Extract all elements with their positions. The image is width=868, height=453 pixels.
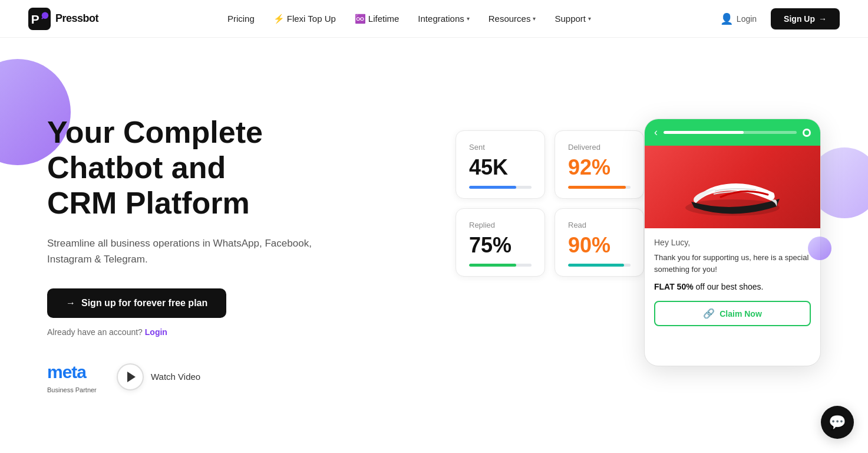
meta-logo-text: meta	[47, 360, 100, 388]
stat-bar-fill-replied	[469, 264, 516, 267]
hero-title: Your Complete Chatbot and CRM Platform	[47, 115, 377, 221]
meta-logo-box: meta Business Partner	[47, 360, 100, 393]
phone-progress-fill	[664, 131, 744, 134]
stat-value-read: 90%	[568, 233, 631, 258]
stat-bar-read	[568, 264, 631, 267]
hero-right: Sent 45K Delivered 92% Replied 75%	[456, 119, 821, 390]
phone-decorative-bubble	[808, 237, 831, 260]
meta-badge-text: Business Partner	[47, 386, 97, 393]
hero-section: Your Complete Chatbot and CRM Platform S…	[0, 38, 868, 453]
stat-label-sent: Sent	[469, 143, 532, 152]
stat-value-sent: 45K	[469, 155, 532, 180]
logo-icon: P	[28, 8, 51, 30]
nav-item-support[interactable]: Support ▾	[555, 14, 591, 24]
watch-video-button[interactable]: Watch Video	[117, 363, 200, 390]
nav-item-lifetime[interactable]: ♾️ Lifetime	[355, 14, 400, 24]
hero-subtitle: Streamline all business operations in Wh…	[47, 235, 377, 267]
stat-bar-delivered	[568, 186, 631, 189]
stat-bar-sent	[469, 186, 532, 189]
back-arrow-icon: ‹	[654, 126, 658, 139]
play-triangle-icon	[127, 372, 136, 382]
nav-link-lifetime[interactable]: Lifetime	[368, 14, 400, 24]
stat-bar-replied	[469, 264, 532, 267]
stat-card-replied: Replied 75%	[456, 208, 545, 277]
nav-dropdown-support[interactable]: Support ▾	[555, 14, 591, 24]
navbar: P Pressbot Pricing ⚡ Flexi Top Up ♾️ Lif…	[0, 0, 868, 38]
promo-percent: FLAT 50%	[654, 282, 694, 291]
stat-bar-fill-read	[568, 264, 624, 267]
phone-header: ‹	[645, 119, 820, 146]
phone-progress-bar	[664, 131, 797, 134]
brand-name: Pressbot	[55, 12, 98, 25]
chevron-down-icon: ▾	[467, 15, 470, 22]
lightning-icon: ⚡	[273, 14, 285, 24]
claim-now-button[interactable]: 🔗 Claim Now	[654, 301, 811, 326]
nav-item-pricing[interactable]: Pricing	[227, 14, 255, 24]
user-icon: 👤	[720, 12, 733, 25]
nav-link-flexi-top-up[interactable]: Flexi Top Up	[287, 14, 336, 24]
infinity-icon: ♾️	[355, 14, 366, 24]
chevron-down-icon: ▾	[533, 15, 536, 22]
nav-item-flexi-top-up[interactable]: ⚡ Flexi Top Up	[273, 14, 336, 24]
nav-link-pricing[interactable]: Pricing	[227, 14, 255, 24]
hero-left: Your Complete Chatbot and CRM Platform S…	[47, 115, 377, 393]
nav-dropdown-resources[interactable]: Resources ▾	[489, 14, 536, 24]
shoe-illustration	[679, 155, 786, 219]
signup-button[interactable]: Sign Up →	[771, 8, 840, 29]
nav-right: 👤 Login Sign Up →	[720, 8, 840, 29]
hero-meta: meta Business Partner Watch Video	[47, 360, 377, 393]
nav-dropdown-integrations[interactable]: Integrations ▾	[418, 14, 469, 24]
nav-item-resources[interactable]: Resources ▾	[489, 14, 536, 24]
play-button-circle[interactable]	[117, 363, 144, 390]
nav-login[interactable]: 👤 Login	[720, 12, 757, 25]
login-icon: →	[66, 298, 75, 308]
link-icon: 🔗	[703, 308, 715, 319]
logo: P Pressbot	[28, 8, 98, 30]
message-greeting: Hey Lucy,	[654, 238, 811, 247]
svg-text:meta: meta	[47, 362, 87, 382]
watch-video-label: Watch Video	[151, 372, 200, 382]
cta-signup-button[interactable]: → Sign up for forever free plan	[47, 288, 226, 318]
meta-svg-logo: meta	[47, 360, 100, 384]
stat-value-replied: 75%	[469, 233, 532, 258]
stat-bar-fill-sent	[469, 186, 516, 189]
stat-label-delivered: Delivered	[568, 143, 631, 152]
stat-bar-fill-delivered	[568, 186, 626, 189]
phone-product-image	[645, 146, 820, 228]
phone-message-body: Hey Lucy, Thank you for supporting us, h…	[645, 228, 820, 336]
hero-login-link[interactable]: Login	[145, 327, 167, 337]
stat-card-read: Read 90%	[555, 208, 644, 277]
stats-grid: Sent 45K Delivered 92% Replied 75%	[456, 130, 644, 277]
svg-text:P: P	[31, 12, 39, 25]
stat-card-delivered: Delivered 92%	[555, 130, 644, 199]
stat-label-replied: Replied	[469, 221, 532, 229]
stat-card-sent: Sent 45K	[456, 130, 545, 199]
phone-mockup: ‹	[644, 119, 821, 366]
stat-label-read: Read	[568, 221, 631, 229]
message-text: Thank you for supporting us, here is a s…	[654, 252, 811, 275]
arrow-right-icon: →	[819, 14, 827, 24]
phone-status-dot	[803, 129, 811, 137]
chevron-down-icon: ▾	[588, 15, 591, 22]
hero-login-hint: Already have an account? Login	[47, 327, 377, 337]
chat-widget-button[interactable]: 💬	[821, 406, 854, 439]
nav-item-integrations[interactable]: Integrations ▾	[418, 14, 469, 24]
nav-links: Pricing ⚡ Flexi Top Up ♾️ Lifetime Integ…	[227, 14, 591, 24]
chat-icon: 💬	[829, 414, 846, 431]
stat-value-delivered: 92%	[568, 155, 631, 180]
phone-status-dot-inner	[804, 130, 809, 135]
meta-business-partner-logo: meta Business Partner	[47, 360, 100, 393]
message-promo: FLAT 50% off our best shoes.	[654, 282, 811, 291]
